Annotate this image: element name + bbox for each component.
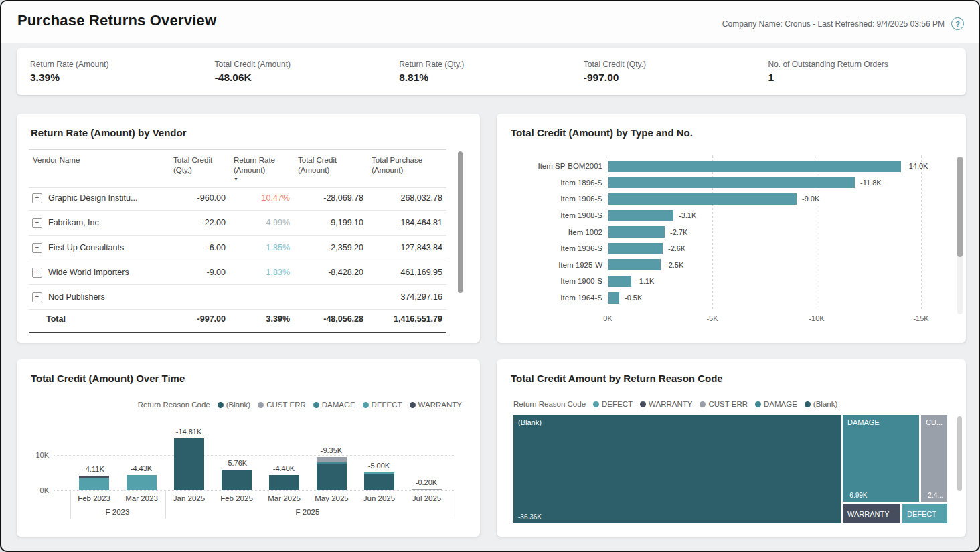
treemap-block-damage[interactable]: DAMAGE-6.99K	[843, 415, 919, 502]
treemap-block-blank[interactable]: (Blank)-36.36K	[513, 415, 841, 523]
table-scrollbar[interactable]	[458, 151, 463, 293]
gridline	[54, 490, 454, 491]
x-tick-label: 0K	[586, 314, 629, 323]
treemap-block-value: -6.99K	[847, 492, 867, 499]
kpi-tile: Total Credit (Qty.)-997.00	[584, 60, 768, 84]
total-purchase-amount-cell: 461,169.95	[368, 268, 446, 277]
x-group-label: F 2025	[165, 508, 451, 516]
bar-segment[interactable]	[222, 470, 252, 490]
treemap-block-warranty[interactable]: WARRANTY	[843, 504, 900, 523]
column-value-label: -4.11K	[70, 465, 117, 473]
x-category-label: Jul 2025	[403, 494, 451, 502]
bar[interactable]	[608, 210, 673, 221]
bar-chart-scrollbar-track[interactable]	[957, 157, 963, 314]
bar-value-label: -0.5K	[625, 294, 642, 302]
stacked-bar[interactable]	[79, 476, 109, 490]
legend-item[interactable]: DAMAGE	[755, 400, 797, 408]
axis-group-separator	[451, 490, 451, 519]
stacked-bar[interactable]	[364, 472, 394, 490]
legend-dot-icon	[640, 401, 646, 407]
total-purchase-amount-cell: 268,032.78	[368, 193, 446, 203]
stacked-bar[interactable]	[269, 475, 299, 490]
bar-segment[interactable]	[127, 475, 157, 490]
vendor-name-cell: +Wide World Importers	[29, 268, 169, 278]
bar-category-label: Item 1002	[497, 228, 608, 236]
legend-label: WARRANTY	[649, 400, 692, 408]
kpi-value: 1	[768, 72, 953, 84]
table-row[interactable]: +Wide World Importers-9.001.83%-8,428.20…	[29, 260, 446, 285]
legend-label: DEFECT	[602, 400, 633, 408]
column-header[interactable]: Total Purchase (Amount)	[368, 155, 446, 181]
kpi-label: Return Rate (Qty.)	[399, 60, 584, 69]
bar[interactable]	[608, 226, 665, 238]
bar[interactable]	[608, 193, 797, 205]
legend-item[interactable]: CUST ERR	[700, 400, 748, 408]
column-header[interactable]: Total Credit (Qty.)	[169, 155, 230, 181]
bar-value-label: -2.6K	[668, 244, 685, 252]
bar-segment[interactable]	[364, 474, 394, 490]
column-value-label: -5.76K	[213, 459, 260, 467]
legend-dot-icon	[700, 401, 706, 407]
table-total-row: Total-997.003.39%-48,056.281,416,551.79	[29, 306, 446, 333]
legend-item[interactable]: WARRANTY	[640, 400, 692, 408]
table-row[interactable]: +Graphic Design Institu...-960.0010.47%-…	[29, 186, 446, 211]
table-row[interactable]: +First Up Consultants-6.001.85%-2,359.20…	[29, 236, 446, 260]
stacked-bar[interactable]	[317, 457, 347, 490]
bar[interactable]	[608, 276, 631, 287]
column-value-label: -14.81K	[165, 428, 212, 436]
bar[interactable]	[608, 292, 619, 304]
column-header[interactable]: Total Credit (Amount)	[294, 155, 368, 181]
kpi-value: 3.39%	[30, 72, 215, 84]
bar-segment[interactable]	[174, 438, 204, 490]
column-header[interactable]: Vendor Name	[29, 155, 169, 171]
bar[interactable]	[608, 259, 661, 270]
vendor-name: First Up Consultants	[48, 243, 124, 252]
treemap-block-label: DAMAGE	[847, 418, 880, 426]
expand-icon[interactable]: +	[32, 193, 42, 203]
bar-segment[interactable]	[79, 478, 109, 490]
total-credit: -48,056.28	[294, 314, 368, 324]
kpi-tile: Return Rate (Qty.)8.81%	[399, 60, 584, 84]
bar-segment[interactable]	[269, 475, 299, 490]
column-header[interactable]: Return Rate (Amount)▼	[230, 155, 294, 187]
bar-category-label: Item 1925-W	[497, 261, 608, 269]
expand-icon[interactable]: +	[32, 218, 42, 228]
kpi-tile: Return Rate (Amount)3.39%	[30, 60, 215, 84]
stacked-bar[interactable]	[174, 438, 204, 490]
bar-row: Item 1896-S-11.8K	[497, 175, 941, 191]
x-tick-label: -10K	[795, 314, 838, 323]
expand-icon[interactable]: +	[32, 268, 42, 278]
bar-value-label: -2.7K	[670, 228, 687, 236]
bar-segment[interactable]	[317, 464, 347, 490]
bar[interactable]	[608, 177, 855, 188]
total-purchase: 1,416,551.79	[368, 314, 446, 324]
bar[interactable]	[608, 161, 901, 172]
table-body: +Graphic Design Institu...-960.0010.47%-…	[29, 186, 446, 310]
help-icon[interactable]: ?	[951, 17, 964, 30]
kpi-label: Return Rate (Amount)	[30, 60, 215, 69]
legend-item[interactable]: (Blank)	[805, 400, 837, 408]
stacked-bar[interactable]	[412, 489, 442, 490]
expand-icon[interactable]: +	[32, 243, 42, 253]
stacked-bar[interactable]	[127, 475, 157, 490]
legend-item[interactable]: DEFECT	[593, 400, 633, 408]
bar-chart-scrollbar[interactable]	[957, 157, 963, 257]
stacked-bar[interactable]	[222, 470, 252, 490]
bar[interactable]	[608, 243, 663, 254]
bar-value-label: -14.0K	[906, 162, 928, 170]
expand-icon[interactable]: +	[32, 292, 42, 302]
total-purchase-amount-cell: 374,297.16	[368, 292, 446, 302]
column-value-label: -0.20K	[403, 478, 450, 486]
y-tick-label: -10K	[22, 451, 49, 459]
treemap-scrollbar[interactable]	[957, 416, 962, 491]
column-value-label: -4.40K	[260, 464, 307, 472]
column-value-label: -5.00K	[355, 462, 402, 470]
treemap-block-defect[interactable]: DEFECT	[902, 504, 947, 523]
treemap-block-cust[interactable]: CU...-2.4...	[921, 415, 947, 502]
bar-chart-title: Total Credit (Amount) by Type and No.	[511, 127, 693, 139]
kpi-tile: No. of Outstanding Return Orders1	[768, 60, 953, 84]
bar-segment[interactable]	[317, 457, 347, 462]
table-row[interactable]: +Fabrikam, Inc.-22.004.99%-9,199.10184,4…	[29, 211, 446, 236]
table-header-row: Vendor NameTotal Credit (Qty.)Return Rat…	[29, 149, 446, 188]
bar-value-label: -1.1K	[637, 277, 654, 285]
